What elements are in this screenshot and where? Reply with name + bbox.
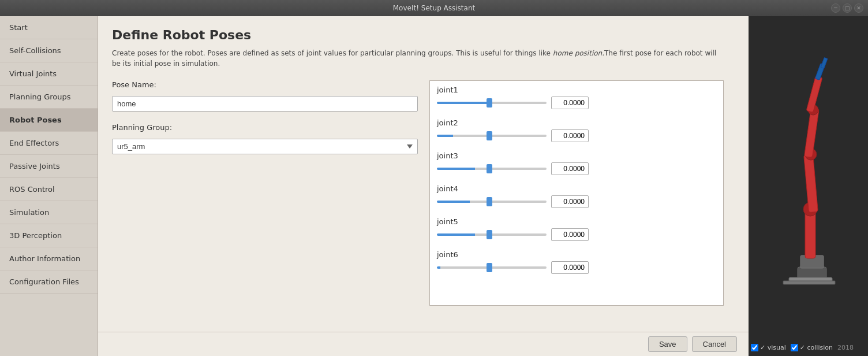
footer-bar: Save Cancel: [98, 332, 749, 356]
planning-group-label: Planning Group:: [112, 123, 418, 132]
robot-visualization: [749, 16, 868, 356]
joint1-label: joint1: [437, 86, 716, 94]
collision-checkbox-label[interactable]: ✓ collision: [791, 344, 833, 351]
visual-label: ✓ visual: [760, 344, 786, 351]
form-section: Pose Name: Planning Group: ur5_arm: [112, 80, 418, 320]
sidebar-item-virtual-joints[interactable]: Virtual Joints: [0, 62, 98, 86]
sidebar-item-simulation[interactable]: Simulation: [0, 201, 98, 224]
visual-checkbox[interactable]: [751, 344, 758, 351]
close-button[interactable]: ✕: [854, 3, 863, 13]
window-title: MoveIt! Setup Assistant: [393, 4, 475, 12]
joint2-label: joint2: [437, 118, 716, 127]
joint-row-1: joint1 0.0000: [437, 86, 716, 109]
joint2-controls: 0.0000: [437, 129, 716, 142]
form-and-joints: Pose Name: Planning Group: ur5_arm: [112, 80, 735, 320]
sidebar-item-author-information[interactable]: Author Information: [0, 247, 98, 270]
sidebar-item-robot-poses[interactable]: Robot Poses: [0, 109, 98, 132]
page-title: Define Robot Poses: [112, 28, 735, 42]
joint-row-6: joint6 0.0000: [437, 250, 716, 274]
titlebar: MoveIt! Setup Assistant ─ □ ✕: [0, 0, 868, 16]
joint3-controls: 0.0000: [437, 162, 716, 175]
visual-checkbox-label[interactable]: ✓ visual: [751, 344, 786, 351]
sidebar-item-self-collisions[interactable]: Self-Collisions: [0, 39, 98, 62]
joint6-controls: 0.0000: [437, 261, 716, 274]
pose-name-input[interactable]: [112, 96, 418, 112]
svg-rect-13: [783, 281, 835, 284]
joint1-controls: 0.0000: [437, 97, 716, 109]
joint6-slider[interactable]: [437, 266, 547, 269]
bottom-checkboxes: ✓ visual ✓ collision 2018: [751, 344, 866, 351]
pose-name-row: Pose Name:: [112, 80, 418, 112]
joint-row-5: joint5 0.0000: [437, 217, 716, 241]
robot-view: ✓ visual ✓ collision 2018: [749, 16, 868, 356]
joint-row-2: joint2 0.0000: [437, 118, 716, 142]
sidebar-item-configuration-files[interactable]: Configuration Files: [0, 270, 98, 294]
planning-group-select[interactable]: ur5_arm: [112, 139, 418, 154]
description: Create poses for the robot. Poses are de…: [112, 48, 718, 69]
joint4-label: joint4: [437, 184, 716, 193]
joint2-value[interactable]: 0.0000: [551, 129, 589, 142]
joints-scroll[interactable]: joint1 0.0000 joint2 0.0000: [430, 81, 723, 305]
joint1-value[interactable]: 0.0000: [551, 97, 589, 109]
sidebar-item-3d-perception[interactable]: 3D Perception: [0, 224, 98, 247]
joint-row-3: joint3 0.0000: [437, 151, 716, 175]
planning-group-row: Planning Group: ur5_arm: [112, 123, 418, 154]
joint3-label: joint3: [437, 151, 716, 160]
collision-label: ✓ collision: [800, 344, 833, 351]
joint6-label: joint6: [437, 250, 716, 259]
svg-rect-3: [805, 209, 815, 258]
desc-part1: Create poses for the robot. Poses are de…: [112, 49, 553, 57]
joint4-value[interactable]: 0.0000: [551, 195, 589, 208]
window-controls: ─ □ ✕: [831, 3, 863, 13]
cancel-button[interactable]: Cancel: [692, 336, 737, 352]
joint5-slider[interactable]: [437, 233, 547, 236]
year-badge: 2018: [837, 344, 854, 351]
joint1-slider[interactable]: [437, 102, 547, 104]
joint-row-4: joint4 0.0000: [437, 184, 716, 208]
collision-checkbox[interactable]: [791, 344, 798, 351]
joint6-value[interactable]: 0.0000: [551, 261, 589, 274]
sidebar-item-end-effectors[interactable]: End Effectors: [0, 132, 98, 155]
content-area: Define Robot Poses Create poses for the …: [98, 16, 749, 356]
joint5-value[interactable]: 0.0000: [551, 228, 589, 241]
joint4-slider[interactable]: [437, 201, 547, 203]
joint4-controls: 0.0000: [437, 195, 716, 208]
joint2-slider[interactable]: [437, 135, 547, 137]
svg-rect-1: [798, 267, 826, 279]
joint3-slider[interactable]: [437, 168, 547, 170]
sidebar: Start Self-Collisions Virtual Joints Pla…: [0, 16, 98, 356]
sidebar-item-ros-control[interactable]: ROS Control: [0, 178, 98, 201]
sidebar-item-start[interactable]: Start: [0, 16, 98, 39]
pose-name-label: Pose Name:: [112, 80, 418, 89]
sidebar-item-passive-joints[interactable]: Passive Joints: [0, 155, 98, 178]
joints-panel: joint1 0.0000 joint2 0.0000: [429, 80, 724, 306]
maximize-button[interactable]: □: [843, 3, 852, 13]
desc-italic: home position.: [553, 49, 604, 57]
joint5-label: joint5: [437, 217, 716, 226]
sidebar-item-planning-groups[interactable]: Planning Groups: [0, 86, 98, 109]
save-button[interactable]: Save: [648, 336, 687, 352]
joint3-value[interactable]: 0.0000: [551, 162, 589, 175]
minimize-button[interactable]: ─: [831, 3, 840, 13]
joint5-controls: 0.0000: [437, 228, 716, 241]
